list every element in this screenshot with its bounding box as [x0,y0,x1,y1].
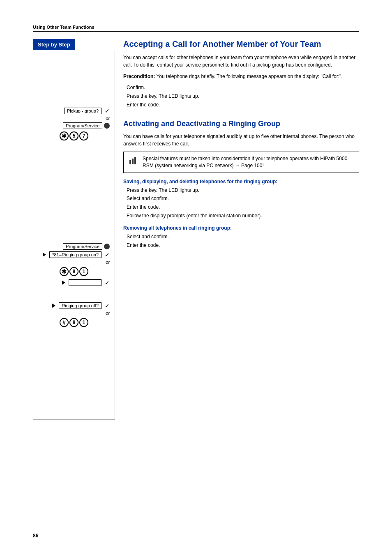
section2-title: Activating and Deactivating a Ringing Gr… [123,120,359,129]
ringing-group-off-row: Ringing group off? ✓ [37,302,111,309]
section2a-code-circles: ✱ 8 1 [37,266,111,276]
arrow-triangle1 [43,253,46,257]
note-text-content: Special features must be taken into cons… [143,156,347,168]
sub2-step2-right-action: Enter the code. [127,242,160,249]
section1-code-circles: ✱ 5 7 [37,131,111,140]
code-5: 5 [69,131,78,140]
section2b-code-circles: # 8 1 [37,317,111,327]
left-panel: Step by Step Pickup - group? ✓ or Progra… [33,39,115,420]
ringing-on-or-label: or [37,260,111,265]
svg-rect-1 [132,159,134,164]
note-text: Special features must be taken into cons… [143,155,355,169]
sub2-step1-right-action: Select and confirm. [127,233,169,240]
program-service-row1: Program/Service [37,122,111,129]
led-button1 [104,123,110,129]
sub1-step1-right-action: Press the key. The LED lights up. [127,187,199,194]
program-service-key1: Program/Service [63,122,102,129]
arrow-triangle2 [62,281,65,285]
code-star81: ✱ [60,267,69,276]
page: Using Other Team Functions Step by Step … [0,0,392,555]
ringing-off-section: Ringing group off? ✓ or # 8 1 [37,302,111,327]
step1-right-action: Confirm. [127,84,145,91]
sub1-step4-right-row: Follow the display prompts (enter the in… [123,212,359,219]
section1-precondition: Precondition: You telephone rings briefl… [123,73,359,80]
section1-left-steps: Pickup - group? ✓ or Program/Service [37,108,111,140]
step3-right-action: Enter the code. [127,101,160,108]
ringing-group-on-key: *81=Ringing group on? [49,251,101,258]
led-circle1 [104,123,110,129]
station-number-row: ✓ [37,279,111,286]
code-hash: # [60,318,69,327]
ringing-group-off-key: Ringing group off? [59,302,101,309]
led-button2 [104,244,110,249]
step2-right-row: Press the key. The LED lights up. [123,93,359,100]
pickup-group-row: Pickup - group? ✓ [37,108,111,114]
sub1-step4-right-action: Follow the display prompts (enter the in… [127,212,262,219]
pickup-checkmark: ✓ [105,108,110,114]
section2-left-steps: Program/Service *81=Ringing group on? ✓ … [37,243,111,327]
code-7: 7 [79,131,88,140]
left-panel-inner: Pickup - group? ✓ or Program/Service [33,50,115,420]
right-panel: Accepting a Call for Another Member of Y… [115,39,359,420]
code-81-1: 1 [79,267,88,276]
pickup-group-key: Pickup - group? [64,108,101,114]
sub1-step2-right-action: Select and confirm. [127,195,169,202]
code-star1: ✱ [60,131,69,140]
led-circle2 [104,244,110,249]
precondition-bold: Precondition: [123,74,155,79]
signal-bars-icon [129,156,138,164]
step3-right-row: Enter the code. [123,101,359,108]
program-service-key2: Program/Service [63,243,102,250]
ringing-off-or-label: or [37,311,111,315]
code-circles-hash81: # 8 1 [60,318,88,327]
sub2-step1-right-row: Select and confirm. [123,233,359,240]
code-circles1: ✱ 5 7 [60,131,88,140]
precondition-text: You telephone rings briefly. The followi… [155,74,342,79]
station-number-input-display [69,279,101,286]
section-header: Using Other Team Functions [33,25,359,32]
sub2-step2-right-row: Enter the code. [123,242,359,249]
svg-rect-0 [129,160,131,164]
program-service-row2: Program/Service [37,243,111,250]
code-hash81-8: 8 [69,318,78,327]
section1-title: Accepting a Call for Another Member of Y… [123,39,359,49]
arrow-triangle3 [52,304,55,308]
ringing-off-checkmark: ✓ [105,302,110,309]
step1-right-row: Confirm. [123,84,359,91]
main-content: Step by Step Pickup - group? ✓ or Progra… [33,39,359,420]
svg-rect-2 [134,157,136,164]
step2-right-action: Press the key. The LED lights up. [127,93,199,100]
station-checkmark: ✓ [105,279,110,286]
section1-body1: You can accept calls for other telephone… [123,54,359,69]
sub1-step3-right-action: Enter the code. [127,204,160,211]
ringing-on-checkmark: ✓ [105,251,110,258]
subsection2-title: Removing all telephones in call ringing … [123,225,359,231]
sub1-step2-right-row: Select and confirm. [123,195,359,202]
note-icon [128,155,139,167]
sub1-step3-right-row: Enter the code. [123,204,359,211]
step-by-step-box: Step by Step [33,39,75,50]
code-81-8: 8 [69,267,78,276]
page-number: 86 [33,533,38,539]
section2-body1: You can have calls for your telephone si… [123,133,359,147]
code-circles-81: ✱ 8 1 [60,267,88,276]
subsection1-title: Saving, displaying, and deleting telepho… [123,179,359,184]
ringing-group-on-row: *81=Ringing group on? ✓ [37,251,111,258]
code-hash81-1: 1 [79,318,88,327]
note-box: Special features must be taken into cons… [123,152,359,173]
pickup-or-label: or [37,116,111,121]
sub1-step1-right-row: Press the key. The LED lights up. [123,187,359,194]
